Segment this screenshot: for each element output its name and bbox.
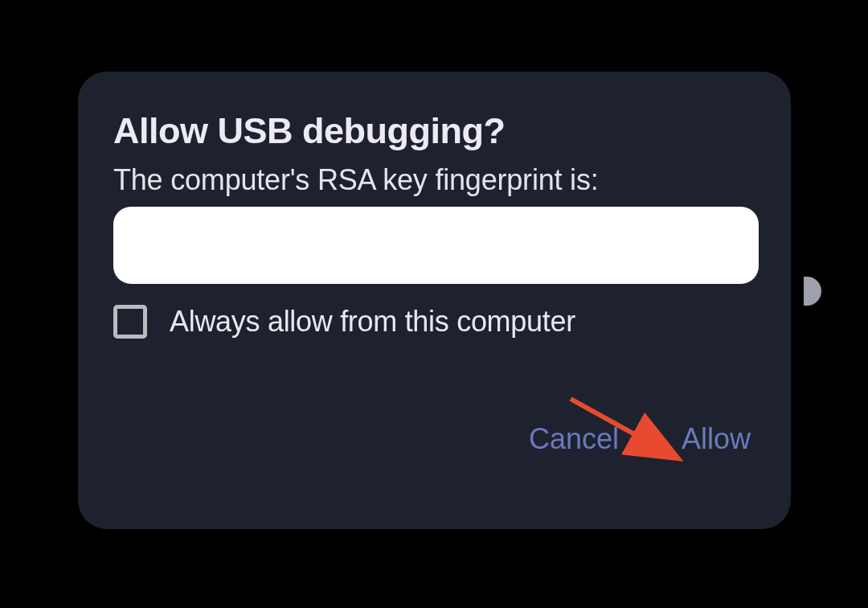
always-allow-checkbox[interactable] [113, 305, 147, 339]
background-toggle-peek [804, 277, 821, 306]
always-allow-row[interactable]: Always allow from this computer [113, 305, 755, 339]
cancel-button[interactable]: Cancel [527, 419, 620, 459]
allow-button[interactable]: Allow [680, 419, 752, 459]
rsa-fingerprint-field [113, 207, 759, 284]
dialog-title: Allow USB debugging? [113, 110, 755, 152]
dialog-subtitle: The computer's RSA key fingerprint is: [113, 163, 755, 197]
always-allow-label: Always allow from this computer [170, 305, 575, 339]
dialog-button-row: Cancel Allow [113, 419, 755, 464]
usb-debugging-dialog: Allow USB debugging? The computer's RSA … [78, 72, 791, 529]
